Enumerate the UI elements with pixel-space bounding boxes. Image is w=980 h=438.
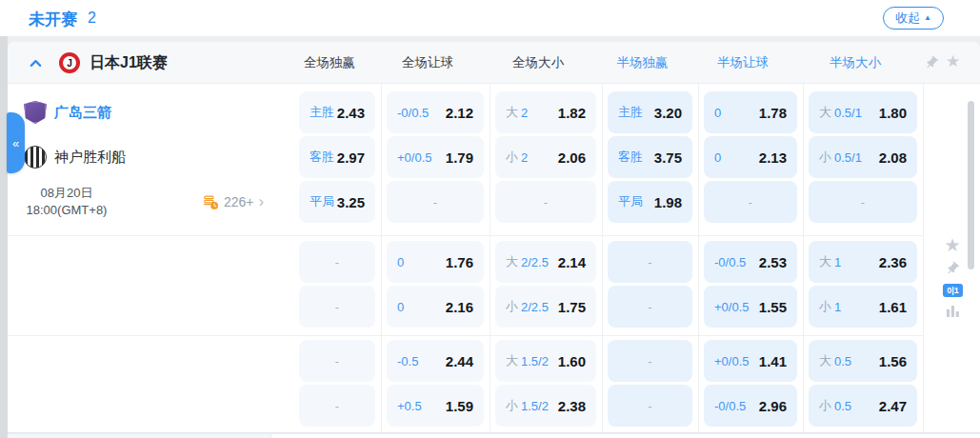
odds-cell[interactable]: -0/0.52.53 <box>704 241 797 283</box>
chevron-up-icon[interactable] <box>29 56 43 70</box>
odds-cell[interactable]: 平局1.98 <box>608 181 692 223</box>
odds-cell[interactable]: 平局3.25 <box>299 181 375 223</box>
odds-cell[interactable]: +0/0.51.41 <box>704 340 797 382</box>
odds-value: 1.60 <box>558 353 586 369</box>
odds-value: 2.36 <box>879 254 907 270</box>
home-team-crest-icon <box>24 101 47 124</box>
odds-cell[interactable]: +0.51.59 <box>387 385 484 427</box>
odds-value: 1.56 <box>879 353 907 369</box>
scrollbar-thumb[interactable] <box>968 101 974 269</box>
double-chevron-left-icon: « <box>12 136 19 150</box>
odds-prefix: 小 <box>506 397 518 414</box>
odds-cell[interactable]: 主胜2.43 <box>299 91 375 133</box>
odds-cell[interactable]: 客胜3.75 <box>608 136 692 178</box>
odds-cell[interactable]: 小1.5/22.38 <box>495 385 596 427</box>
status-label: 未开赛 <box>29 9 77 30</box>
odds-row: -+0.51.59小1.5/22.38--0/0.52.96小0.52.47 <box>293 385 923 427</box>
collapse-all-button[interactable]: 收起 ▲ <box>883 7 944 30</box>
odds-cell[interactable]: 小22.06 <box>495 136 596 178</box>
odds-cell: - <box>495 181 596 223</box>
empty-odds: - <box>618 255 682 269</box>
odds-prefix: 大 <box>819 104 831 121</box>
odds-label: 1 <box>834 300 841 314</box>
odds-cell[interactable]: +0/0.51.79 <box>387 136 484 178</box>
odds-label: 0 <box>397 300 404 314</box>
match-area: 广岛三箭 神户胜利船 08月20日 18:00(GMT+8) 226+ <box>8 84 980 432</box>
odds-label: +0/0.5 <box>397 150 432 165</box>
odds-value: 2.96 <box>759 398 787 414</box>
odds-value: 2.14 <box>558 254 586 270</box>
odds-value: 1.80 <box>879 105 907 121</box>
odds-row: 客胜2.97+0/0.51.79小22.06客胜3.7502.13小0.5/12… <box>293 136 923 178</box>
odds-cell[interactable]: 小0.52.47 <box>809 385 917 427</box>
odds-cell[interactable]: -0/0.52.12 <box>387 91 484 133</box>
away-team-crest-icon <box>24 146 47 169</box>
odds-cell[interactable]: -0/0.52.96 <box>704 385 797 427</box>
odds-cell[interactable]: -0.52.44 <box>387 340 484 382</box>
odds-cell[interactable]: 大0.51.56 <box>809 340 917 382</box>
odds-cell[interactable]: 大1.5/21.60 <box>495 340 596 382</box>
league-header-row[interactable]: J 日本J1联赛 全场独赢 全场让球 全场大小 半场独赢 半场让球 半场大小 ★ <box>8 42 980 84</box>
group-spacer <box>293 226 923 241</box>
odds-cell[interactable]: 客胜2.97 <box>299 136 375 178</box>
empty-odds: - <box>506 195 586 209</box>
column-headers: 全场独赢 全场让球 全场大小 半场独赢 半场让球 半场大小 <box>286 42 915 84</box>
odds-label: 1 <box>834 255 841 269</box>
empty-odds: - <box>310 354 365 368</box>
empty-odds: - <box>618 300 682 314</box>
chevron-right-icon: › <box>259 193 265 209</box>
odds-cell[interactable]: 01.76 <box>387 241 484 283</box>
odds-cell[interactable]: 大2/2.52.14 <box>495 241 596 283</box>
odds-label: -0/0.5 <box>714 399 746 413</box>
empty-odds: - <box>618 354 682 368</box>
odds-row: 主胜2.43-0/0.52.12大21.82主胜3.2001.78大0.5/11… <box>293 91 923 133</box>
odds-label: 2 <box>521 150 528 165</box>
more-markets-link[interactable]: 226+ › <box>203 181 264 223</box>
pin-icon[interactable] <box>921 52 943 74</box>
odds-prefix: 小 <box>819 149 831 166</box>
next-section-sliver <box>8 434 980 438</box>
odds-cell[interactable]: 小11.61 <box>809 286 917 328</box>
odds-value: 1.76 <box>446 254 473 270</box>
group-spacer <box>293 330 923 340</box>
odds-cell: - <box>608 241 692 283</box>
odds-cell[interactable]: 大21.82 <box>495 91 596 133</box>
match-date: 08月20日 <box>13 185 120 202</box>
odds-cell: - <box>299 340 375 382</box>
empty-odds: - <box>310 399 365 413</box>
score-badge[interactable]: 0|1 <box>943 284 963 297</box>
odds-value: 2.47 <box>879 398 907 414</box>
column-header-ht-1x2: 半场独赢 <box>594 42 690 84</box>
odds-value: 2.13 <box>759 149 787 166</box>
odds-cell[interactable]: 02.13 <box>704 136 797 178</box>
odds-label: -0/0.5 <box>714 255 746 269</box>
odds-cell[interactable]: 小0.5/12.08 <box>809 136 917 178</box>
away-team-row[interactable]: 神户胜利船 <box>8 136 284 178</box>
odds-cell[interactable]: 01.78 <box>704 91 797 133</box>
star-icon[interactable]: ★ <box>946 53 960 70</box>
odds-value: 1.55 <box>759 299 787 315</box>
odds-label: 0.5 <box>834 354 851 368</box>
odds-cell[interactable]: 大0.5/11.80 <box>809 91 917 133</box>
bar-chart-icon[interactable] <box>946 304 960 318</box>
odds-row: -01.76大2/2.52.14--0/0.52.53大12.36 <box>293 241 923 283</box>
away-team-name: 神户胜利船 <box>54 149 126 167</box>
sidebar-expand-tab[interactable]: « <box>7 112 25 173</box>
empty-odds: - <box>714 195 787 209</box>
odds-value: 3.20 <box>654 105 682 121</box>
odds-cell[interactable]: 02.16 <box>387 286 484 328</box>
collapsed-sidebar-strip <box>0 36 8 438</box>
odds-cell[interactable]: +0/0.51.55 <box>704 286 797 328</box>
odds-value: 2.97 <box>337 149 365 166</box>
home-team-row[interactable]: 广岛三箭 <box>8 91 284 133</box>
odds-value: 2.44 <box>446 353 473 369</box>
triangle-up-icon: ▲ <box>924 14 931 22</box>
odds-label: +0/0.5 <box>714 300 750 314</box>
odds-value: 1.61 <box>879 299 907 315</box>
odds-label: +0/0.5 <box>714 354 750 368</box>
star-icon[interactable]: ★ <box>936 236 969 254</box>
odds-cell[interactable]: 主胜3.20 <box>608 91 692 133</box>
odds-cell[interactable]: 小2/2.51.75 <box>495 286 596 328</box>
pin-icon[interactable] <box>942 258 964 280</box>
odds-cell[interactable]: 大12.36 <box>809 241 917 283</box>
